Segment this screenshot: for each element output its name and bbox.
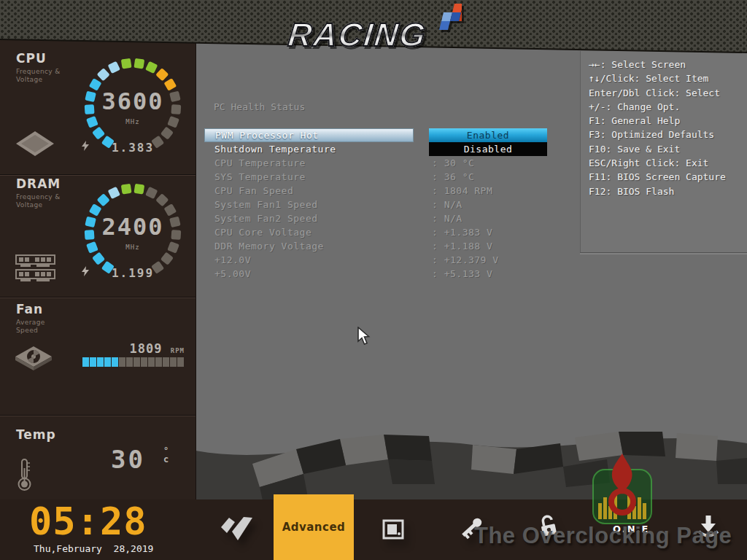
help-line: Enter/Dbl Click: Select (589, 86, 747, 100)
mouse-cursor (357, 327, 371, 347)
menu-item-5v: +5.00V : +5.133 V (204, 267, 547, 281)
dram-frequency-gauge: 2400 MHz 1.199 (82, 181, 184, 283)
fan-speed-bar (82, 357, 184, 367)
racing-logo-text: RACING (284, 16, 432, 54)
fan-section-title: Fan (16, 302, 43, 316)
cpu-section-subtitle: Frequency & Voltage (16, 68, 61, 84)
menu-item-12v: +12.0V : +12.379 V (204, 253, 547, 267)
menu-item-sys-temperature: SYS Temperature : 36 °C (204, 170, 547, 184)
option-dropdown: Enabled Disabled (429, 128, 547, 156)
checkered-flag-wave (196, 405, 747, 500)
help-line: ↑↓/Click: Select Item (589, 71, 747, 85)
help-line: F10: Save & Exit (589, 142, 747, 156)
fan-icon (15, 346, 53, 375)
dropdown-option-disabled[interactable]: Disabled (429, 142, 547, 156)
hardware-monitor-sidebar: CPU Frequency & Voltage 3600 MHz 1.383 D… (0, 0, 196, 500)
cpu-frequency-gauge: 3600 MHz 1.383 (82, 55, 184, 158)
temperature-value: 30 (111, 445, 145, 474)
fan-speed-value: 1809 RPM (82, 341, 185, 356)
menu-item-cpu-core-voltage: CPU Core Voltage : +1.383 V (204, 225, 547, 239)
temperature-unit: ° c (163, 446, 169, 464)
checkered-flag-icon (427, 4, 462, 36)
overclocking-page-text-watermark: The Overclocking Page (474, 523, 732, 549)
dropdown-option-enabled[interactable]: Enabled (429, 128, 547, 142)
help-line: →←: Select Screen (589, 58, 747, 71)
ram-modules-icon (15, 254, 57, 283)
dram-voltage-value: 1.199 (82, 266, 184, 280)
thermometer-icon (18, 458, 32, 491)
sidebar-divider (0, 298, 196, 298)
cpu-chip-icon (15, 130, 55, 158)
menu-item-ddr-memory-voltage: DDR Memory Voltage : +1.188 V (204, 239, 547, 253)
menu-item-cpu-temperature: CPU Temperature : 30 °C (204, 156, 547, 170)
tab-advanced[interactable]: Advanced (274, 494, 354, 560)
help-line: ESC/Right Click: Exit (589, 156, 747, 170)
cpu-frequency-value: 3600 (82, 88, 184, 115)
menu-item-system-fan2-speed: System Fan2 Speed : N/A (204, 211, 547, 225)
help-line: F12: BIOS Flash (589, 184, 747, 198)
help-line: F1: General Help (589, 114, 747, 128)
sidebar-divider (0, 175, 196, 176)
cpu-frequency-unit: MHz (82, 118, 184, 125)
menu-item-pwm-processor-hot[interactable]: PWM Processor Hot (204, 128, 414, 142)
menu-item-system-fan1-speed: System Fan1 Speed : N/A (204, 198, 547, 211)
temp-section-title: Temp (16, 427, 56, 442)
date[interactable]: Thu,February 28,2019 (34, 543, 153, 554)
fan-section-subtitle: Average Speed (16, 319, 45, 335)
help-line: F11: BIOS Screen Capture (589, 170, 747, 184)
tab-main[interactable] (221, 516, 255, 542)
bios-screen: CPU Frequency & Voltage 3600 MHz 1.383 D… (0, 0, 747, 560)
voltage-bolt-icon (82, 266, 89, 276)
cpu-voltage-value: 1.383 (82, 141, 184, 155)
voltage-bolt-icon (82, 141, 89, 151)
menu-item-cpu-fan-speed: CPU Fan Speed : 1804 RPM (204, 184, 547, 198)
help-line: F3: Optimized Defaults (589, 128, 747, 141)
help-panel: →←: Select Screen ↑↓/Click: Select Item … (580, 51, 747, 253)
help-line: +/-: Change Opt. (589, 100, 747, 114)
dram-frequency-unit: MHz (82, 244, 184, 251)
page-title: PC Health Status (214, 101, 305, 112)
dram-section-title: DRAM (16, 176, 61, 191)
sidebar-divider (0, 416, 196, 416)
dram-section-subtitle: Frequency & Voltage (16, 193, 61, 209)
clock[interactable]: 05:28 (29, 499, 147, 543)
dram-frequency-value: 2400 (82, 213, 184, 241)
racing-logo: RACING (0, 4, 747, 54)
tab-chipset[interactable] (382, 519, 404, 540)
